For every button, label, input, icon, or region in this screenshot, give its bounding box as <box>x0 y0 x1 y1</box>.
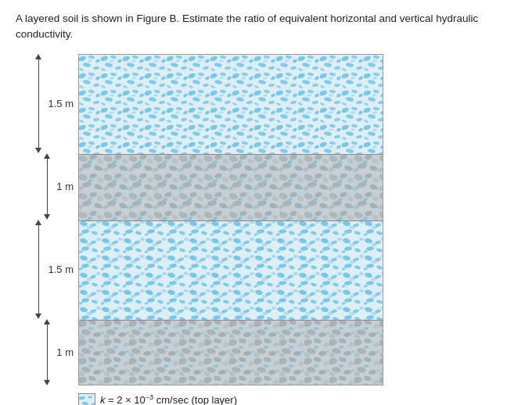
svg-rect-37 <box>79 320 383 385</box>
legend-area: k = 2 × 10−3 cm/sec (top layer) k = 2 × … <box>78 393 516 406</box>
layer-divider-3 <box>79 320 383 321</box>
arrow-line <box>47 324 48 380</box>
soil-layer-4 <box>79 320 383 385</box>
arrow-down-icon <box>44 214 50 220</box>
swatch-pattern-1 <box>79 394 95 406</box>
arrow-line <box>38 225 39 314</box>
svg-rect-27 <box>79 220 383 320</box>
svg-rect-8 <box>79 55 383 154</box>
layer1-pattern <box>79 55 383 154</box>
label-layer4: 1 m <box>16 319 74 385</box>
layer-divider-1 <box>79 154 383 155</box>
label-text-2: 1 m <box>56 181 74 192</box>
diagram-area: 1.5 m 1 m 1.5 m <box>16 54 516 385</box>
legend-item-1: k = 2 × 10−3 cm/sec (top layer) <box>78 393 516 406</box>
label-text-1: 1.5 m <box>48 98 74 109</box>
layer-divider-2 <box>79 220 383 221</box>
page: A layered soil is shown in Figure B. Est… <box>0 0 532 405</box>
layer4-pattern <box>79 320 383 385</box>
soil-diagram <box>78 54 383 385</box>
label-layer3: 1.5 m <box>16 220 74 319</box>
layer3-pattern <box>79 220 383 320</box>
arrow-up-icon <box>35 220 41 225</box>
arrow-up-icon <box>44 153 50 159</box>
arrow-down-icon <box>35 314 41 319</box>
arrow-line <box>38 59 39 148</box>
svg-rect-18 <box>79 154 383 220</box>
arrow-up-icon <box>35 54 41 59</box>
soil-layer-1 <box>79 55 383 154</box>
layer2-pattern <box>79 154 383 220</box>
label-text-4: 1 m <box>56 346 74 358</box>
arrow-down-icon <box>44 380 50 385</box>
label-layer1: 1.5 m <box>16 54 74 153</box>
soil-layer-3 <box>79 220 383 320</box>
arrow-down-icon <box>35 148 41 153</box>
soil-layer-2 <box>79 154 383 220</box>
legend-swatch-1 <box>78 393 95 406</box>
arrow-line <box>47 159 48 214</box>
legend-text-1: k = 2 × 10−3 cm/sec (top layer) <box>100 393 237 405</box>
label-layer2: 1 m <box>16 153 74 220</box>
labels-column: 1.5 m 1 m 1.5 m <box>16 54 78 320</box>
arrow-up-icon <box>44 319 50 324</box>
label-text-3: 1.5 m <box>48 263 74 275</box>
question-text: A layered soil is shown in Figure B. Est… <box>16 11 516 43</box>
